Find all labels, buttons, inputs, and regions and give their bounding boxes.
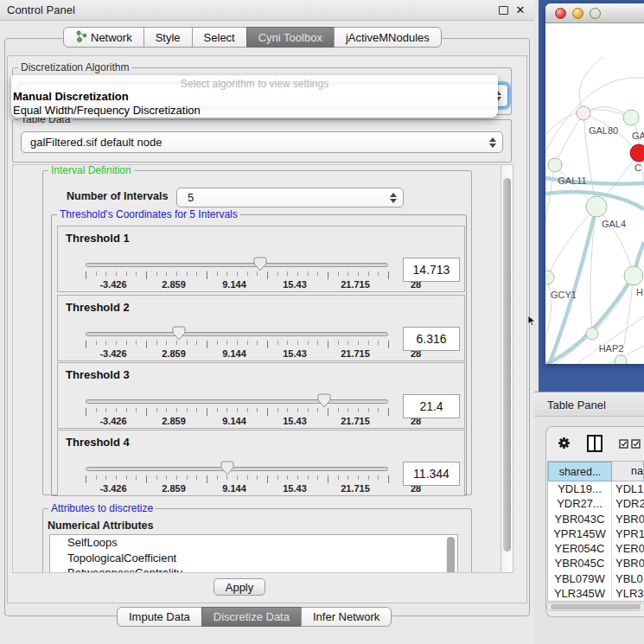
table-row[interactable]: YBR043CYBR0 [548, 512, 644, 526]
tab-jactivemnodules[interactable]: jActiveMNodules [334, 27, 442, 48]
mac-zoom-icon[interactable] [590, 8, 601, 19]
column-header-name[interactable]: na [612, 462, 644, 481]
mac-close-icon[interactable] [555, 8, 566, 19]
list-scrollbar-thumb[interactable] [447, 537, 455, 573]
table-cell[interactable]: YBR043C [548, 512, 612, 526]
node-label: GA [632, 131, 644, 141]
threshold-4-label: Threshold 4 [66, 436, 130, 449]
threshold-4-slider-track[interactable] [86, 467, 388, 471]
tab-infer-network[interactable]: Infer Network [301, 607, 392, 627]
network-edge[interactable] [596, 207, 634, 276]
table-cell[interactable]: YPR145W [548, 526, 612, 541]
table-cell[interactable]: YLR345W [548, 586, 612, 601]
dropdown-option-manual[interactable]: Manual Discretization [11, 90, 498, 104]
gear-icon[interactable] [558, 437, 571, 450]
table-cell[interactable]: YDL19... [548, 481, 612, 496]
apply-button[interactable]: Apply [214, 578, 265, 596]
ga-node[interactable] [623, 110, 639, 125]
threshold-3-value-field[interactable]: 21.4 [403, 394, 460, 418]
table-cell[interactable]: YBR045C [548, 556, 612, 571]
table-hscrollbar-thumb[interactable] [551, 604, 641, 609]
threshold-1-value-field[interactable]: 14.713 [403, 258, 460, 282]
network-edge[interactable] [555, 113, 583, 165]
float-window-icon[interactable] [499, 6, 508, 15]
table-body: YDL19...YDL1YDR27...YDR2YBR043CYBR0YPR14… [548, 481, 644, 602]
table-cell[interactable]: YBR0 [612, 556, 644, 571]
close-icon[interactable]: ✕ [515, 4, 526, 16]
gal80-node[interactable] [577, 106, 590, 120]
table-row[interactable]: YPR145WYPR1 [548, 526, 644, 541]
attribute-item[interactable]: BetweennessCentrality [50, 565, 457, 573]
table-data-combobox[interactable]: galFiltered.sif default node [21, 131, 503, 153]
tab-network[interactable]: Network [63, 27, 144, 48]
table-cell[interactable]: YDR27... [548, 496, 612, 511]
tab-select[interactable]: Select [192, 27, 247, 48]
tab-style[interactable]: Style [143, 27, 193, 48]
tick-label: -3.426 [87, 416, 139, 426]
tab-discretize-data[interactable]: Discretize Data [201, 607, 302, 627]
threshold-1-slider-thumb[interactable] [253, 257, 267, 271]
table-cell[interactable]: YIL052C [548, 601, 612, 602]
checkbox-icon[interactable] [619, 439, 628, 449]
table-cell[interactable]: YPR1 [612, 526, 644, 541]
gcy1-node[interactable] [545, 271, 554, 284]
dropdown-hint: Select algorithm to view settings [11, 75, 498, 90]
table-cell[interactable]: YBL0 [612, 571, 644, 586]
network-edge[interactable] [545, 277, 552, 337]
network-canvas-svg: GAL80GACGAL11GAL4GCY1HHAP2 [545, 24, 644, 364]
threshold-3-slider-track[interactable] [86, 399, 388, 404]
network-edge[interactable] [579, 57, 603, 113]
settings-vertical-scrollbar[interactable] [501, 164, 513, 573]
table-cell[interactable]: YER0 [612, 541, 644, 556]
attribute-item[interactable]: SelfLoops [50, 535, 457, 551]
threshold-4-value-field[interactable]: 11.344 [403, 462, 460, 486]
settings-scrollbar-thumb[interactable] [503, 178, 511, 552]
table-cell[interactable]: YIL0 [612, 601, 644, 602]
table-row[interactable]: YBL079WYBL0 [548, 571, 644, 586]
tab-cyni-toolbox[interactable]: Cyni Toolbox [246, 27, 335, 48]
threshold-1-slider-track[interactable] [86, 263, 388, 267]
table-cell[interactable]: YDL1 [612, 481, 644, 496]
bottom-node[interactable] [615, 355, 627, 364]
table-cell[interactable]: YBL079W [548, 571, 612, 586]
slider-major-ticks [86, 408, 389, 416]
table-row[interactable]: YER054CYER0 [548, 541, 644, 556]
network-edge-highlighted[interactable] [549, 207, 596, 364]
table-row[interactable]: YBR045CYBR0 [548, 556, 644, 571]
dropdown-option-equal-width[interactable]: Equal Width/Frequency Discretization [11, 104, 498, 118]
threshold-2-slider-thumb[interactable] [172, 326, 186, 341]
tab-impute-data[interactable]: Impute Data [117, 607, 202, 627]
tick-label: 21.715 [329, 348, 381, 359]
column-header-shared[interactable]: shared... [548, 462, 612, 481]
table-cell[interactable]: YER054C [548, 541, 612, 556]
threshold-2-slider-track[interactable] [86, 332, 388, 336]
mac-minimize-icon[interactable] [572, 8, 583, 19]
slider-tick-labels: -3.4262.8599.14415.4321.71528 [86, 483, 397, 495]
numerical-attributes-list[interactable]: SelfLoopsTopologicalCoefficientBetweenne… [49, 534, 458, 573]
gal11-node[interactable] [548, 158, 562, 172]
threshold-3-slider-thumb[interactable] [317, 393, 331, 408]
threshold-2-value-field[interactable]: 6.316 [403, 327, 460, 351]
table-cell[interactable]: YDR2 [612, 496, 644, 511]
network-canvas[interactable]: GAL80GACGAL11GAL4GCY1HHAP2 [545, 24, 644, 364]
table-row[interactable]: YDR27...YDR2 [548, 496, 644, 511]
hap2-node[interactable] [586, 328, 598, 340]
network-view-window[interactable]: GAL80GACGAL11GAL4GCY1HHAP2 [545, 3, 644, 364]
split-columns-icon[interactable] [587, 435, 603, 452]
table-horizontal-scrollbar[interactable] [546, 603, 644, 611]
red-node[interactable] [630, 144, 644, 162]
attribute-item[interactable]: TopologicalCoefficient [50, 551, 457, 566]
table-cell[interactable]: YLR3 [612, 586, 644, 601]
list-scrollbar[interactable] [446, 537, 456, 573]
table-row[interactable]: YLR345WYLR3 [548, 586, 644, 601]
number-of-intervals-combobox[interactable]: 5 [176, 188, 404, 207]
table-row[interactable]: YDL19...YDL1 [548, 481, 644, 496]
checkbox-icon[interactable] [631, 439, 641, 449]
h-node[interactable] [624, 266, 643, 285]
threshold-4-slider-thumb[interactable] [220, 461, 234, 475]
gal4-node[interactable] [586, 196, 607, 217]
table-cell[interactable]: YBR0 [612, 512, 644, 526]
network-window-titlebar[interactable] [545, 3, 644, 23]
table-row[interactable]: YIL052CYIL0 [548, 601, 644, 602]
tab-infer-label: Infer Network [313, 610, 379, 623]
